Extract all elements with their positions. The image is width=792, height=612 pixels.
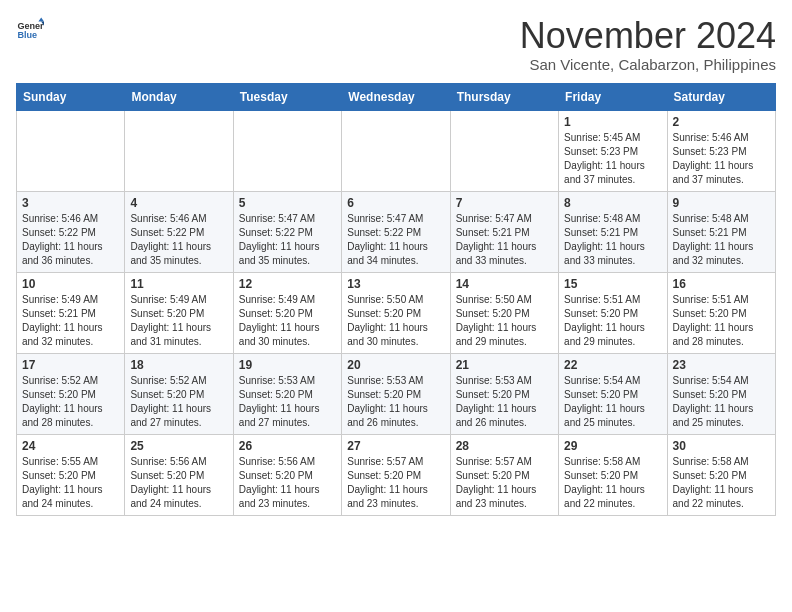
- calendar-cell: 13Sunrise: 5:50 AM Sunset: 5:20 PM Dayli…: [342, 272, 450, 353]
- calendar-cell: 5Sunrise: 5:47 AM Sunset: 5:22 PM Daylig…: [233, 191, 341, 272]
- day-number: 7: [456, 196, 553, 210]
- day-info: Sunrise: 5:47 AM Sunset: 5:22 PM Dayligh…: [347, 212, 444, 268]
- calendar-cell: [233, 110, 341, 191]
- calendar-cell: [342, 110, 450, 191]
- day-info: Sunrise: 5:53 AM Sunset: 5:20 PM Dayligh…: [456, 374, 553, 430]
- calendar-cell: 30Sunrise: 5:58 AM Sunset: 5:20 PM Dayli…: [667, 434, 775, 515]
- calendar-cell: 2Sunrise: 5:46 AM Sunset: 5:23 PM Daylig…: [667, 110, 775, 191]
- day-number: 21: [456, 358, 553, 372]
- logo-icon: General Blue: [16, 16, 44, 44]
- day-number: 8: [564, 196, 661, 210]
- day-info: Sunrise: 5:54 AM Sunset: 5:20 PM Dayligh…: [564, 374, 661, 430]
- day-number: 22: [564, 358, 661, 372]
- calendar-cell: 21Sunrise: 5:53 AM Sunset: 5:20 PM Dayli…: [450, 353, 558, 434]
- day-number: 10: [22, 277, 119, 291]
- day-number: 16: [673, 277, 770, 291]
- weekday-header-wednesday: Wednesday: [342, 83, 450, 110]
- calendar-header: SundayMondayTuesdayWednesdayThursdayFrid…: [17, 83, 776, 110]
- calendar-cell: 15Sunrise: 5:51 AM Sunset: 5:20 PM Dayli…: [559, 272, 667, 353]
- calendar-cell: 10Sunrise: 5:49 AM Sunset: 5:21 PM Dayli…: [17, 272, 125, 353]
- calendar-week-row: 10Sunrise: 5:49 AM Sunset: 5:21 PM Dayli…: [17, 272, 776, 353]
- weekday-header-sunday: Sunday: [17, 83, 125, 110]
- svg-text:Blue: Blue: [17, 30, 37, 40]
- calendar-cell: 19Sunrise: 5:53 AM Sunset: 5:20 PM Dayli…: [233, 353, 341, 434]
- calendar-cell: 9Sunrise: 5:48 AM Sunset: 5:21 PM Daylig…: [667, 191, 775, 272]
- day-number: 29: [564, 439, 661, 453]
- day-number: 6: [347, 196, 444, 210]
- day-info: Sunrise: 5:46 AM Sunset: 5:22 PM Dayligh…: [22, 212, 119, 268]
- calendar-cell: 6Sunrise: 5:47 AM Sunset: 5:22 PM Daylig…: [342, 191, 450, 272]
- day-info: Sunrise: 5:49 AM Sunset: 5:21 PM Dayligh…: [22, 293, 119, 349]
- calendar-cell: 8Sunrise: 5:48 AM Sunset: 5:21 PM Daylig…: [559, 191, 667, 272]
- calendar-cell: 23Sunrise: 5:54 AM Sunset: 5:20 PM Dayli…: [667, 353, 775, 434]
- day-number: 12: [239, 277, 336, 291]
- weekday-header-monday: Monday: [125, 83, 233, 110]
- day-info: Sunrise: 5:46 AM Sunset: 5:23 PM Dayligh…: [673, 131, 770, 187]
- month-title: November 2024: [520, 16, 776, 56]
- calendar-cell: 28Sunrise: 5:57 AM Sunset: 5:20 PM Dayli…: [450, 434, 558, 515]
- day-info: Sunrise: 5:58 AM Sunset: 5:20 PM Dayligh…: [564, 455, 661, 511]
- day-info: Sunrise: 5:45 AM Sunset: 5:23 PM Dayligh…: [564, 131, 661, 187]
- calendar-cell: 29Sunrise: 5:58 AM Sunset: 5:20 PM Dayli…: [559, 434, 667, 515]
- calendar-cell: [125, 110, 233, 191]
- title-block: November 2024 San Vicente, Calabarzon, P…: [520, 16, 776, 73]
- calendar-cell: [17, 110, 125, 191]
- calendar-week-row: 17Sunrise: 5:52 AM Sunset: 5:20 PM Dayli…: [17, 353, 776, 434]
- svg-marker-2: [38, 17, 44, 21]
- day-number: 3: [22, 196, 119, 210]
- svg-text:General: General: [17, 21, 44, 31]
- day-number: 9: [673, 196, 770, 210]
- day-number: 23: [673, 358, 770, 372]
- day-info: Sunrise: 5:56 AM Sunset: 5:20 PM Dayligh…: [239, 455, 336, 511]
- calendar-cell: 11Sunrise: 5:49 AM Sunset: 5:20 PM Dayli…: [125, 272, 233, 353]
- day-number: 20: [347, 358, 444, 372]
- day-number: 30: [673, 439, 770, 453]
- calendar-cell: 25Sunrise: 5:56 AM Sunset: 5:20 PM Dayli…: [125, 434, 233, 515]
- day-info: Sunrise: 5:51 AM Sunset: 5:20 PM Dayligh…: [564, 293, 661, 349]
- day-info: Sunrise: 5:48 AM Sunset: 5:21 PM Dayligh…: [564, 212, 661, 268]
- calendar-cell: 3Sunrise: 5:46 AM Sunset: 5:22 PM Daylig…: [17, 191, 125, 272]
- calendar-cell: 4Sunrise: 5:46 AM Sunset: 5:22 PM Daylig…: [125, 191, 233, 272]
- day-number: 15: [564, 277, 661, 291]
- day-info: Sunrise: 5:57 AM Sunset: 5:20 PM Dayligh…: [347, 455, 444, 511]
- day-number: 14: [456, 277, 553, 291]
- day-info: Sunrise: 5:52 AM Sunset: 5:20 PM Dayligh…: [22, 374, 119, 430]
- day-info: Sunrise: 5:49 AM Sunset: 5:20 PM Dayligh…: [239, 293, 336, 349]
- calendar-cell: 7Sunrise: 5:47 AM Sunset: 5:21 PM Daylig…: [450, 191, 558, 272]
- weekday-header-tuesday: Tuesday: [233, 83, 341, 110]
- day-number: 19: [239, 358, 336, 372]
- calendar-cell: 14Sunrise: 5:50 AM Sunset: 5:20 PM Dayli…: [450, 272, 558, 353]
- day-info: Sunrise: 5:51 AM Sunset: 5:20 PM Dayligh…: [673, 293, 770, 349]
- day-info: Sunrise: 5:54 AM Sunset: 5:20 PM Dayligh…: [673, 374, 770, 430]
- day-info: Sunrise: 5:49 AM Sunset: 5:20 PM Dayligh…: [130, 293, 227, 349]
- day-info: Sunrise: 5:53 AM Sunset: 5:20 PM Dayligh…: [239, 374, 336, 430]
- calendar-body: 1Sunrise: 5:45 AM Sunset: 5:23 PM Daylig…: [17, 110, 776, 515]
- day-number: 24: [22, 439, 119, 453]
- day-info: Sunrise: 5:47 AM Sunset: 5:21 PM Dayligh…: [456, 212, 553, 268]
- calendar-cell: 18Sunrise: 5:52 AM Sunset: 5:20 PM Dayli…: [125, 353, 233, 434]
- calendar-cell: 26Sunrise: 5:56 AM Sunset: 5:20 PM Dayli…: [233, 434, 341, 515]
- day-info: Sunrise: 5:50 AM Sunset: 5:20 PM Dayligh…: [347, 293, 444, 349]
- calendar-cell: 1Sunrise: 5:45 AM Sunset: 5:23 PM Daylig…: [559, 110, 667, 191]
- calendar-cell: 27Sunrise: 5:57 AM Sunset: 5:20 PM Dayli…: [342, 434, 450, 515]
- calendar-cell: 12Sunrise: 5:49 AM Sunset: 5:20 PM Dayli…: [233, 272, 341, 353]
- calendar-week-row: 1Sunrise: 5:45 AM Sunset: 5:23 PM Daylig…: [17, 110, 776, 191]
- location: San Vicente, Calabarzon, Philippines: [520, 56, 776, 73]
- calendar-cell: 20Sunrise: 5:53 AM Sunset: 5:20 PM Dayli…: [342, 353, 450, 434]
- day-number: 18: [130, 358, 227, 372]
- day-info: Sunrise: 5:58 AM Sunset: 5:20 PM Dayligh…: [673, 455, 770, 511]
- page-header: General Blue November 2024 San Vicente, …: [16, 16, 776, 73]
- calendar-week-row: 24Sunrise: 5:55 AM Sunset: 5:20 PM Dayli…: [17, 434, 776, 515]
- day-number: 2: [673, 115, 770, 129]
- day-number: 13: [347, 277, 444, 291]
- weekday-header-friday: Friday: [559, 83, 667, 110]
- weekday-header-thursday: Thursday: [450, 83, 558, 110]
- calendar-cell: [450, 110, 558, 191]
- day-info: Sunrise: 5:53 AM Sunset: 5:20 PM Dayligh…: [347, 374, 444, 430]
- day-number: 27: [347, 439, 444, 453]
- day-number: 4: [130, 196, 227, 210]
- day-number: 1: [564, 115, 661, 129]
- day-info: Sunrise: 5:57 AM Sunset: 5:20 PM Dayligh…: [456, 455, 553, 511]
- weekday-header-row: SundayMondayTuesdayWednesdayThursdayFrid…: [17, 83, 776, 110]
- calendar-cell: 17Sunrise: 5:52 AM Sunset: 5:20 PM Dayli…: [17, 353, 125, 434]
